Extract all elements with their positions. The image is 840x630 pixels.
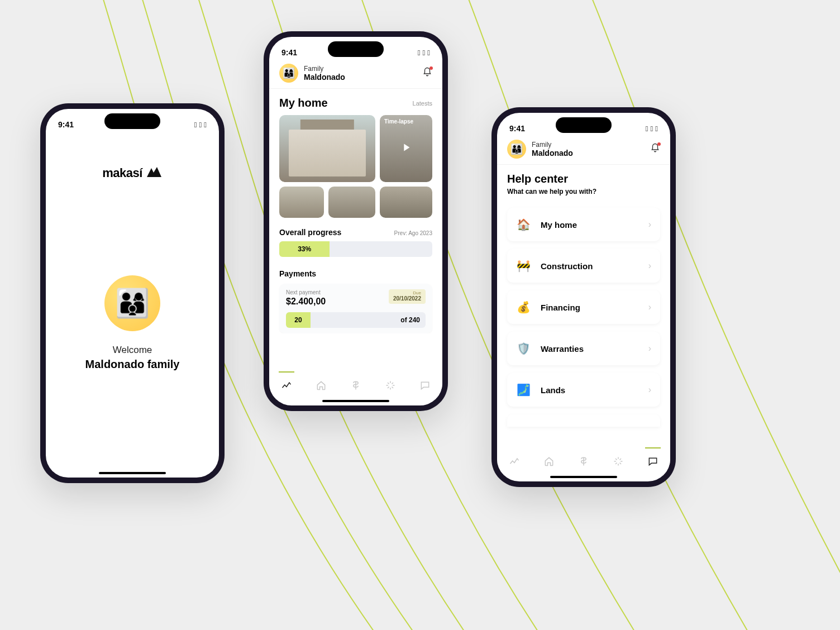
- play-icon: [400, 141, 412, 156]
- gallery-thumb[interactable]: [380, 187, 432, 218]
- help-item-warranties[interactable]: 🛡️ Warranties ›: [507, 332, 660, 365]
- tab-payments[interactable]: [572, 450, 595, 473]
- phone-splash: 9:41 􀙇 􀙈 􀛨 makasí 👨‍👩‍👦 Welcome Maldonad…: [40, 103, 225, 483]
- home-indicator: [550, 476, 617, 478]
- installment-total: of 240: [400, 316, 426, 324]
- header-label: Family: [532, 141, 573, 149]
- phone-myhome: 9:41 􀙇 􀙈 􀛨 👨‍👩‍👦 Family Maldonado My hom…: [264, 31, 448, 411]
- notch: [328, 41, 384, 57]
- tab-spark[interactable]: [607, 450, 629, 473]
- battery-icon: 􀛨: [427, 49, 430, 57]
- cellular-icon: 􀙇: [646, 125, 648, 133]
- gallery-main-image[interactable]: [279, 115, 375, 182]
- next-payment-amount: $2.400,00: [286, 297, 326, 307]
- latest-link[interactable]: Latests: [413, 100, 432, 107]
- app-logo: makasí: [102, 166, 163, 180]
- installment-progress: 20 of 240: [286, 312, 426, 328]
- tab-payments[interactable]: [345, 374, 367, 397]
- installment-current: 20: [286, 312, 311, 328]
- house-icon: 🏠: [516, 217, 531, 232]
- section-title: My home: [279, 97, 328, 109]
- chevron-right-icon: ›: [648, 219, 651, 230]
- family-avatar: 👨‍👩‍👦: [104, 275, 160, 331]
- chevron-right-icon: ›: [648, 302, 651, 312]
- help-item-myhome[interactable]: 🏠 My home ›: [507, 208, 660, 241]
- money-bag-icon: 💰: [516, 300, 531, 314]
- tab-activity[interactable]: [275, 374, 298, 397]
- due-badge: Due 20/10/2022: [389, 289, 426, 304]
- help-item-construction[interactable]: 🚧 Construction ›: [507, 249, 660, 283]
- status-icons: 􀙇 􀙈 􀛨: [194, 121, 207, 129]
- help-subtitle: What can we help you with?: [507, 188, 660, 195]
- phone-help: 9:41 􀙇 􀙈 􀛨 👨‍👩‍👦 Family Maldonado Help c…: [491, 107, 676, 487]
- battery-icon: 􀛨: [204, 121, 207, 129]
- home-indicator: [99, 472, 166, 474]
- wifi-icon: 􀙈: [651, 125, 653, 133]
- status-icons: 􀙇 􀙈 􀛨: [418, 49, 430, 57]
- header-name: Maldonado: [532, 149, 573, 157]
- cellular-icon: 􀙇: [194, 121, 197, 129]
- tab-spark[interactable]: [379, 374, 402, 397]
- wifi-icon: 􀙈: [199, 121, 202, 129]
- due-date: 20/10/2022: [393, 295, 421, 302]
- header-label: Family: [304, 65, 345, 73]
- app-header: 👨‍👩‍👦 Family Maldonado: [269, 60, 442, 89]
- chevron-right-icon: ›: [648, 343, 651, 354]
- chevron-right-icon: ›: [648, 385, 651, 395]
- status-icons: 􀙇 􀙈 􀛨: [646, 125, 658, 133]
- header-name: Maldonado: [304, 73, 345, 82]
- help-item-label: Construction: [541, 261, 593, 271]
- logo-text: makasí: [102, 166, 142, 180]
- map-icon: 🗾: [516, 383, 531, 397]
- timelapse-label: Time-lapse: [384, 118, 413, 125]
- help-item-label: Warranties: [541, 344, 584, 354]
- notification-dot-icon: [429, 66, 433, 70]
- logo-mark-icon: [146, 166, 163, 180]
- avatar[interactable]: 👨‍👩‍👦: [279, 64, 298, 83]
- gallery-thumb[interactable]: [279, 187, 324, 218]
- notification-dot-icon: [657, 142, 661, 146]
- notifications-button[interactable]: [422, 67, 432, 79]
- tab-chat[interactable]: [642, 450, 664, 473]
- help-title: Help center: [507, 173, 660, 185]
- construction-icon: 🚧: [516, 259, 531, 273]
- notifications-button[interactable]: [650, 143, 660, 155]
- tab-chat[interactable]: [414, 374, 436, 397]
- family-name: Maldonado family: [85, 358, 180, 371]
- status-time: 9:41: [58, 120, 74, 129]
- wifi-icon: 􀙈: [423, 49, 426, 57]
- payments-title: Payments: [279, 269, 432, 278]
- tab-home[interactable]: [538, 450, 560, 473]
- tab-activity[interactable]: [503, 450, 526, 473]
- payment-card[interactable]: Next payment $2.400,00 Due 20/10/2022 20…: [279, 284, 432, 333]
- due-label: Due: [393, 290, 421, 295]
- help-item-label: Financing: [541, 303, 580, 312]
- notch: [556, 117, 612, 133]
- progress-value: 33%: [279, 241, 330, 257]
- home-indicator: [322, 400, 389, 402]
- welcome-label: Welcome: [113, 345, 152, 356]
- overall-title: Overall progress: [279, 228, 341, 237]
- shield-icon: 🛡️: [516, 341, 531, 356]
- help-item-financing[interactable]: 💰 Financing ›: [507, 290, 660, 324]
- status-time: 9:41: [509, 124, 525, 133]
- chevron-right-icon: ›: [648, 261, 651, 271]
- help-item-more[interactable]: [507, 414, 660, 427]
- help-item-label: My home: [541, 220, 577, 230]
- overall-progress-bar: 33%: [279, 241, 432, 257]
- avatar[interactable]: 👨‍👩‍👦: [507, 140, 526, 159]
- help-item-label: Lands: [541, 385, 565, 395]
- app-header: 👨‍👩‍👦 Family Maldonado: [497, 136, 670, 165]
- cellular-icon: 􀙇: [418, 49, 421, 57]
- gallery-thumb[interactable]: [328, 187, 375, 218]
- gallery-timelapse[interactable]: Time-lapse: [380, 115, 432, 182]
- tab-home[interactable]: [310, 374, 332, 397]
- overall-prev: Prev: Ago 2023: [394, 230, 432, 236]
- battery-icon: 􀛨: [655, 125, 658, 133]
- help-list: 🏠 My home › 🚧 Construction › 💰 Financing…: [507, 208, 660, 427]
- tab-bar: [497, 449, 670, 474]
- gallery: Time-lapse: [279, 115, 432, 218]
- help-item-lands[interactable]: 🗾 Lands ›: [507, 373, 660, 407]
- tab-bar: [269, 373, 442, 398]
- status-time: 9:41: [281, 48, 297, 57]
